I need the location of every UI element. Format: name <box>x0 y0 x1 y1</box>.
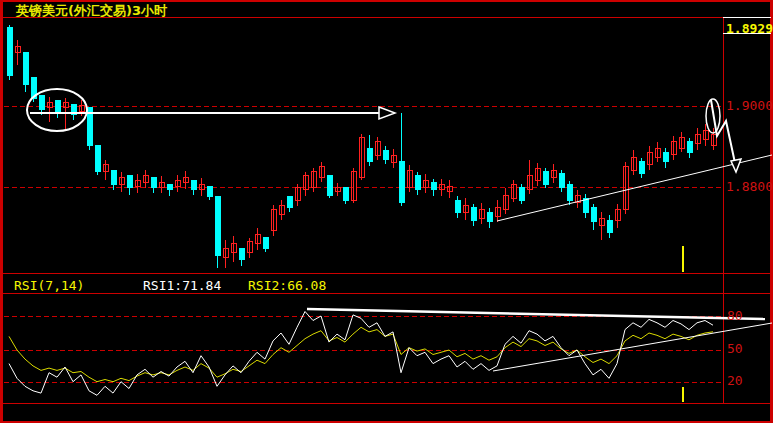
price-level-label-18800: 1.8800 <box>726 180 773 193</box>
candle-down <box>39 95 44 110</box>
candle-down <box>151 178 156 188</box>
candle-down <box>367 148 372 162</box>
candle-down <box>167 184 172 190</box>
rsi-level-label-50: 50 <box>727 342 743 355</box>
candle-down <box>399 162 404 203</box>
candle-down <box>55 100 60 112</box>
rsi-level-label-80: 80 <box>727 309 743 322</box>
candle-down <box>383 150 388 160</box>
rsi-resistance-line-annotation <box>307 309 765 319</box>
chart-overlay-svg[interactable] <box>0 0 773 423</box>
price-level-label-19000: 1.9000 <box>726 99 773 112</box>
rsi-level-label-20: 20 <box>727 374 743 387</box>
candle-down <box>343 188 348 200</box>
candle-down <box>663 152 668 162</box>
candle-down <box>431 182 436 190</box>
candle-down <box>239 248 244 260</box>
candle-down <box>7 27 12 75</box>
latest-price-label: 1.8929 <box>726 22 773 35</box>
candle-down <box>559 174 564 188</box>
rsi1-value-label: RSI1:71.84 <box>143 279 221 292</box>
candle-down <box>111 170 116 185</box>
candle-down <box>687 142 692 152</box>
candle-down <box>23 52 28 85</box>
candle-down <box>591 208 596 222</box>
rsi-header-bar: RSI(7,14) RSI1:71.84 RSI2:66.08 <box>0 275 773 293</box>
candle-down <box>455 200 460 212</box>
rsi2-line <box>9 327 713 381</box>
candle-down <box>519 188 524 200</box>
candle-down <box>95 145 100 172</box>
horizontal-arrowhead <box>379 107 395 119</box>
candle-down <box>639 162 644 174</box>
candle-down <box>191 180 196 190</box>
candle-down <box>215 196 220 255</box>
candle-down <box>607 220 612 232</box>
rsi1-line <box>9 312 713 396</box>
rsi-indicator-label: RSI(7,14) <box>14 279 84 292</box>
candle-down <box>127 176 132 188</box>
candle-down <box>287 197 292 207</box>
date-axis: /2103/2303/2403/2803/2903/3104/0404/0504… <box>0 403 773 423</box>
candle-down <box>327 175 332 195</box>
chart-window: 英镑美元(外汇交易)3小时 1.8929 1.9000 1.8800 RSI(7… <box>0 0 773 423</box>
candle-down <box>567 185 572 200</box>
rsi2-value-label: RSI2:66.08 <box>248 279 326 292</box>
candle-down <box>263 238 268 248</box>
candle-down <box>471 208 476 220</box>
candle-down <box>207 186 212 196</box>
zigzag-arrowhead <box>731 159 741 172</box>
candle-down <box>543 172 548 184</box>
candle-down <box>415 175 420 190</box>
candle-down <box>487 212 492 222</box>
